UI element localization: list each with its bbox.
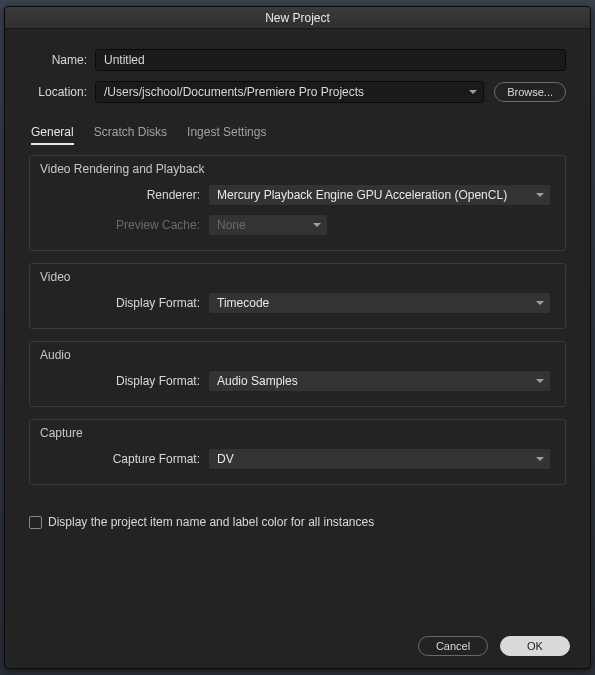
location-label: Location: <box>29 85 87 99</box>
display-name-checkbox[interactable] <box>29 516 42 529</box>
preview-cache-label: Preview Cache: <box>44 218 200 232</box>
renderer-label: Renderer: <box>44 188 200 202</box>
video-display-format-select[interactable]: Timecode <box>208 292 551 314</box>
fieldset-rendering-legend: Video Rendering and Playback <box>40 162 205 176</box>
tab-ingest-settings[interactable]: Ingest Settings <box>187 125 266 145</box>
fieldset-rendering: Video Rendering and Playback Renderer: M… <box>29 155 566 251</box>
fieldset-capture-legend: Capture <box>40 426 83 440</box>
ok-button[interactable]: OK <box>500 636 570 656</box>
capture-format-label: Capture Format: <box>44 452 200 466</box>
chevron-down-icon <box>469 90 477 94</box>
tab-general[interactable]: General <box>31 125 74 145</box>
chevron-down-icon <box>536 301 544 305</box>
window-title: New Project <box>265 11 330 25</box>
audio-display-format-value: Audio Samples <box>217 374 298 388</box>
display-name-checkbox-label: Display the project item name and label … <box>48 515 374 529</box>
preview-cache-value: None <box>217 218 246 232</box>
location-value: /Users/jschool/Documents/Premiere Pro Pr… <box>104 85 364 99</box>
renderer-value: Mercury Playback Engine GPU Acceleration… <box>217 188 507 202</box>
chevron-down-icon <box>536 457 544 461</box>
name-input[interactable] <box>95 49 566 71</box>
renderer-select[interactable]: Mercury Playback Engine GPU Acceleration… <box>208 184 551 206</box>
new-project-dialog: New Project Name: Location: /Users/jscho… <box>4 6 591 669</box>
location-select[interactable]: /Users/jschool/Documents/Premiere Pro Pr… <box>95 81 484 103</box>
fieldset-audio: Audio Display Format: Audio Samples <box>29 341 566 407</box>
name-label: Name: <box>29 53 87 67</box>
preview-cache-select: None <box>208 214 328 236</box>
chevron-down-icon <box>313 223 321 227</box>
tab-scratch-disks[interactable]: Scratch Disks <box>94 125 167 145</box>
display-name-checkbox-row: Display the project item name and label … <box>29 515 566 529</box>
browse-button[interactable]: Browse... <box>494 82 566 102</box>
fieldset-audio-legend: Audio <box>40 348 71 362</box>
fieldset-video: Video Display Format: Timecode <box>29 263 566 329</box>
video-display-format-value: Timecode <box>217 296 269 310</box>
fieldset-video-legend: Video <box>40 270 70 284</box>
chevron-down-icon <box>536 193 544 197</box>
video-display-format-label: Display Format: <box>44 296 200 310</box>
capture-format-select[interactable]: DV <box>208 448 551 470</box>
audio-display-format-label: Display Format: <box>44 374 200 388</box>
tabs: General Scratch Disks Ingest Settings <box>29 125 566 145</box>
fieldset-capture: Capture Capture Format: DV <box>29 419 566 485</box>
titlebar: New Project <box>5 7 590 29</box>
cancel-button[interactable]: Cancel <box>418 636 488 656</box>
dialog-content: Name: Location: /Users/jschool/Documents… <box>5 29 590 626</box>
chevron-down-icon <box>536 379 544 383</box>
dialog-footer: Cancel OK <box>5 626 590 668</box>
capture-format-value: DV <box>217 452 234 466</box>
audio-display-format-select[interactable]: Audio Samples <box>208 370 551 392</box>
